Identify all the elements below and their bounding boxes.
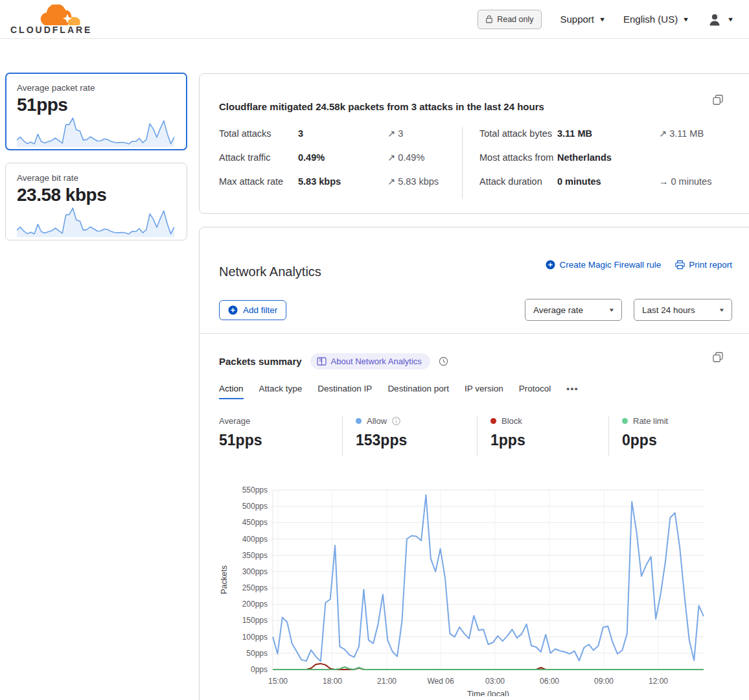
info-icon[interactable] — [392, 417, 400, 425]
history-button[interactable] — [439, 356, 448, 366]
time-range-select[interactable]: Last 24 hours ▼ — [634, 299, 732, 321]
chevron-down-icon: ▼ — [608, 307, 615, 313]
svg-text:550pps: 550pps — [242, 485, 268, 495]
stat-value: 1pps — [490, 432, 608, 449]
packets-summary-title: Packets summary — [219, 356, 302, 367]
svg-text:21:00: 21:00 — [377, 677, 397, 686]
stat-rate-limit: Rate limit0pps — [608, 416, 732, 456]
metric-card-bit-rate[interactable]: Average bit rate23.58 kbps — [5, 163, 187, 240]
summary-row: Attack duration0 minutes→ 0 minutes — [479, 175, 749, 189]
sparkline-chart — [17, 205, 174, 238]
svg-text:500pps: 500pps — [242, 502, 268, 511]
summary-row-label: Most attacks from — [479, 151, 557, 165]
series-allow — [273, 495, 704, 662]
summary-row-value: 3.11 MB — [557, 127, 659, 141]
metric-card-value: 51pps — [17, 95, 176, 115]
stat-label-text: Allow — [367, 416, 387, 426]
printer-icon — [675, 260, 685, 270]
plus-circle-icon — [228, 305, 238, 315]
svg-text:18:00: 18:00 — [323, 677, 342, 686]
stat-block: Block1pps — [477, 416, 608, 456]
tab-destination-ip[interactable]: Destination IP — [317, 384, 372, 399]
svg-text:250pps: 250pps — [242, 583, 268, 592]
summary-row: Max attack rate5.83 kbps↗ 5.83 kbps — [219, 175, 462, 189]
svg-text:Time (local): Time (local) — [467, 690, 509, 696]
packets-stats-row: Average51ppsAllow153ppsBlock1ppsRate lim… — [219, 416, 749, 456]
support-menu[interactable]: Support ▼ — [560, 14, 605, 25]
main-content: Cloudflare mitigated 24.58k packets from… — [199, 73, 749, 700]
metric-card-packet-rate[interactable]: Average packet rate51pps — [5, 73, 187, 150]
stat-label: Allow — [356, 416, 477, 426]
attack-summary-card: Cloudflare mitigated 24.58k packets from… — [199, 73, 749, 214]
svg-text:15:00: 15:00 — [268, 677, 288, 686]
stat-label: Average — [219, 416, 342, 426]
top-bar: CLOUDFLARE Read only Support ▼ English (… — [0, 0, 749, 39]
language-menu[interactable]: English (US) ▼ — [623, 14, 689, 25]
svg-text:350pps: 350pps — [242, 551, 268, 560]
summary-row: Attack traffic0.49%↗ 0.49% — [219, 151, 462, 165]
support-label: Support — [560, 14, 594, 25]
chevron-down-icon: ▼ — [719, 307, 725, 313]
attack-summary-right: Total attack bytes3.11 MB↗ 3.11 MBMost a… — [462, 127, 749, 198]
svg-text:09:00: 09:00 — [594, 677, 614, 686]
metric-card-list: Average packet rate51ppsAverage bit rate… — [5, 73, 187, 253]
account-menu[interactable]: ▼ — [707, 12, 733, 27]
sparkline-chart — [17, 115, 174, 148]
print-report-link[interactable]: Print report — [675, 260, 732, 270]
stat-label-text: Rate limit — [633, 416, 668, 426]
about-network-analytics-badge[interactable]: About Network Analytics — [310, 353, 430, 369]
stat-value: 0pps — [622, 432, 732, 449]
tab-protocol[interactable]: Protocol — [519, 384, 551, 399]
top-bar-actions: Read only Support ▼ English (US) ▼ ▼ — [478, 10, 733, 29]
stat-value: 51pps — [219, 432, 342, 449]
summary-row: Total attacks3↗ 3 — [219, 127, 462, 141]
about-badge-label: About Network Analytics — [331, 356, 422, 366]
svg-text:Packets: Packets — [220, 566, 229, 594]
add-filter-button[interactable]: Add filter — [219, 300, 286, 320]
svg-text:100pps: 100pps — [242, 633, 268, 642]
chevron-down-icon: ▼ — [727, 16, 734, 23]
packets-line-chart[interactable]: 0pps50pps100pps150pps200pps250pps300pps3… — [219, 481, 718, 696]
cloudflare-logo[interactable]: CLOUDFLARE — [10, 5, 92, 34]
chevron-down-icon: ▼ — [599, 16, 606, 23]
copy-summary-button[interactable] — [713, 95, 723, 105]
svg-text:03:00: 03:00 — [485, 677, 505, 686]
summary-row-label: Total attacks — [219, 127, 298, 141]
svg-text:400pps: 400pps — [242, 535, 268, 544]
metric-select[interactable]: Average rate ▼ — [525, 299, 622, 321]
attack-summary-body: Total attacks3↗ 3Attack traffic0.49%↗ 0.… — [219, 127, 749, 198]
brand-text: CLOUDFLARE — [10, 25, 92, 34]
print-report-label: Print report — [689, 260, 732, 270]
filter-row: Add filter Average rate ▼ Last 24 hours … — [200, 299, 749, 321]
metric-select-value: Average rate — [533, 305, 583, 315]
summary-row-trend: ↗ 3 — [387, 127, 403, 141]
tab-destination-port[interactable]: Destination port — [387, 384, 449, 399]
stat-label: Rate limit — [622, 416, 732, 426]
plus-circle-icon — [546, 260, 555, 270]
packets-chart: 0pps50pps100pps150pps200pps250pps300pps3… — [219, 481, 749, 699]
series-rate-limit — [273, 667, 704, 670]
tab-action[interactable]: Action — [219, 384, 244, 399]
cloudflare-cloud-icon — [40, 5, 80, 27]
stat-label-text: Average — [219, 416, 250, 426]
copy-packets-button[interactable] — [713, 352, 723, 362]
packets-summary-section: Packets summary About Network Analytics — [200, 334, 749, 699]
create-rule-label: Create Magic Firewall rule — [559, 260, 661, 270]
lock-icon — [486, 15, 492, 23]
chevron-down-icon: ▼ — [682, 16, 689, 23]
summary-row-trend: ↗ 3.11 MB — [659, 127, 704, 141]
clock-icon — [439, 356, 448, 366]
summary-row-value: 0 minutes — [557, 175, 659, 189]
tab-ip-version[interactable]: IP version — [465, 384, 503, 399]
summary-row-value: Netherlands — [557, 151, 659, 165]
packets-summary-tabs: ActionAttack typeDestination IPDestinati… — [219, 384, 749, 399]
add-filter-label: Add filter — [243, 305, 277, 315]
svg-text:300pps: 300pps — [242, 567, 268, 576]
copy-icon — [713, 352, 723, 362]
tab-attack-type[interactable]: Attack type — [259, 384, 303, 399]
svg-text:0pps: 0pps — [251, 665, 268, 674]
summary-row: Total attack bytes3.11 MB↗ 3.11 MB — [479, 127, 749, 141]
tab-overflow-ellipsis[interactable]: ••• — [566, 384, 579, 399]
metric-card-label: Average packet rate — [17, 83, 176, 93]
create-magic-firewall-rule-link[interactable]: Create Magic Firewall rule — [546, 260, 661, 270]
